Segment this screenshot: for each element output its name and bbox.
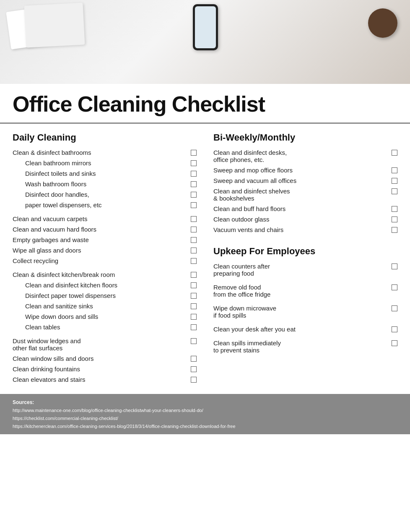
checkbox[interactable] <box>392 284 397 290</box>
list-item: Clean outdoor glass <box>213 216 397 223</box>
list-item: Clean and disinfect shelves& bookshelves <box>213 188 397 202</box>
list-item: Dust window ledges andother flat surface… <box>13 337 197 352</box>
checkbox[interactable] <box>191 227 197 232</box>
item-text: Clean and disinfect kitchen floors <box>13 282 191 289</box>
general-group: Clean and vacuum carpets Clean and vacuu… <box>13 215 197 264</box>
checkbox[interactable] <box>191 237 197 243</box>
sources-label: Sources: <box>13 398 397 407</box>
list-item: Clean elevators and stairs <box>13 376 197 383</box>
checkbox[interactable] <box>191 272 197 278</box>
list-item: Sweep and vacuum all offices <box>213 177 397 184</box>
item-text: Clean and buff hard floors <box>213 205 392 212</box>
item-text: Clean & disinfect kitchen/break room <box>13 271 191 278</box>
checkbox[interactable] <box>191 202 197 208</box>
list-item: Sweep and mop office floors <box>213 167 397 174</box>
item-text: Clean bathroom mirrors <box>13 159 191 167</box>
checkbox[interactable] <box>392 216 397 222</box>
source-link-2: https://checklist.com/commercial-cleanin… <box>13 415 397 422</box>
item-text: Clean your desk after you eat <box>213 326 392 333</box>
checkbox[interactable] <box>191 303 197 309</box>
item-text: Sweep and mop office floors <box>213 167 392 174</box>
list-item: Disinfect door handles, <box>13 191 197 198</box>
list-item: Clean and buff hard floors <box>213 205 397 212</box>
checkbox[interactable] <box>392 188 397 194</box>
item-text: Remove old foodfrom the office fridge <box>213 284 392 298</box>
list-item: Clean window sills and doors <box>13 355 197 362</box>
checkbox[interactable] <box>191 324 197 330</box>
checkbox[interactable] <box>191 366 197 372</box>
right-column: Bi-Weekly/Monthly Clean and disinfect de… <box>213 132 397 390</box>
list-item: Wash bathroom floors <box>13 180 197 188</box>
item-text: Clean spills immediatelyto prevent stain… <box>213 339 392 354</box>
header-image <box>0 0 410 84</box>
checkbox[interactable] <box>191 282 197 288</box>
checkbox[interactable] <box>191 356 197 362</box>
item-text: Empty garbages and waste <box>13 236 191 243</box>
checkbox[interactable] <box>392 227 397 233</box>
checkbox[interactable] <box>392 178 397 184</box>
item-text: Disinfect paper towel dispensers <box>13 292 191 299</box>
checkbox[interactable] <box>392 340 397 346</box>
windows-group: Dust window ledges andother flat surface… <box>13 337 197 383</box>
item-text: Clean elevators and stairs <box>13 376 191 383</box>
footer: Sources: http://www.maintenance-one.com/… <box>0 394 410 434</box>
list-item: Clean and disinfect kitchen floors <box>13 282 197 289</box>
item-text: Clean and vacuum carpets <box>13 215 191 222</box>
item-text: Clean window sills and doors <box>13 355 191 362</box>
item-text: Wash bathroom floors <box>13 180 191 188</box>
list-item: Clean bathroom mirrors <box>13 159 197 167</box>
checkbox[interactable] <box>191 181 197 187</box>
biweekly-title: Bi-Weekly/Monthly <box>213 132 397 143</box>
list-item: Disinfect toilets and sinks <box>13 170 197 177</box>
item-text: Disinfect toilets and sinks <box>13 170 191 177</box>
checkbox[interactable] <box>392 206 397 212</box>
item-text: Clean counters afterpreparing food <box>213 263 392 277</box>
list-item: Clean your desk after you eat <box>213 326 397 333</box>
checkbox[interactable] <box>191 160 197 166</box>
checkbox[interactable] <box>191 258 197 264</box>
checkbox[interactable] <box>191 377 197 383</box>
phone-decoration <box>193 4 218 50</box>
checkbox[interactable] <box>191 150 197 156</box>
checkbox[interactable] <box>191 248 197 253</box>
checkbox[interactable] <box>191 192 197 198</box>
coffee-cup-decoration <box>368 8 397 38</box>
checkbox[interactable] <box>392 305 397 311</box>
checkbox[interactable] <box>392 167 397 173</box>
list-item: Vacuum vents and chairs <box>213 226 397 233</box>
item-text: Wipe all glass and doors <box>13 247 191 254</box>
item-text: paper towel dispensers, etc <box>13 201 191 209</box>
item-text: Clean tables <box>13 323 191 331</box>
list-item: Clean counters afterpreparing food <box>213 263 397 277</box>
list-item: Clean tables <box>13 323 197 331</box>
list-item: Disinfect paper towel dispensers <box>13 292 197 299</box>
list-item: Clean spills immediatelyto prevent stain… <box>213 339 397 354</box>
checkbox[interactable] <box>191 293 197 299</box>
upkeep-title: Upkeep For Employees <box>213 246 397 257</box>
list-item: Clean drinking fountains <box>13 365 197 373</box>
list-item: Clean & disinfect kitchen/break room <box>13 271 197 278</box>
list-item: Clean & disinfect bathrooms <box>13 149 197 156</box>
list-item: Collect recycling <box>13 257 197 264</box>
checkbox[interactable] <box>392 263 397 269</box>
upkeep-group: Clean counters afterpreparing food Remov… <box>213 263 397 354</box>
checkbox[interactable] <box>392 326 397 332</box>
main-content: Daily Cleaning Clean & disinfect bathroo… <box>0 124 410 394</box>
title-bar: Office Cleaning Checklist <box>0 84 410 124</box>
checkbox[interactable] <box>392 150 397 156</box>
item-text: Clean drinking fountains <box>13 365 191 373</box>
biweekly-group: Clean and disinfect desks,office phones,… <box>213 149 397 233</box>
list-item: Wipe all glass and doors <box>13 247 197 254</box>
page-title: Office Cleaning Checklist <box>13 91 397 117</box>
item-text: Dust window ledges andother flat surface… <box>13 337 191 352</box>
checkbox[interactable] <box>191 216 197 222</box>
item-text: Clean & disinfect bathrooms <box>13 149 191 156</box>
item-text: Collect recycling <box>13 257 191 264</box>
checkbox[interactable] <box>191 314 197 320</box>
item-text: Wipe down doors and sills <box>13 313 191 320</box>
checkbox[interactable] <box>191 338 197 344</box>
item-text: Clean and disinfect desks,office phones,… <box>213 149 392 163</box>
checkbox[interactable] <box>191 171 197 177</box>
item-text: Clean and disinfect shelves& bookshelves <box>213 188 392 202</box>
list-item: paper towel dispensers, etc <box>13 201 197 209</box>
